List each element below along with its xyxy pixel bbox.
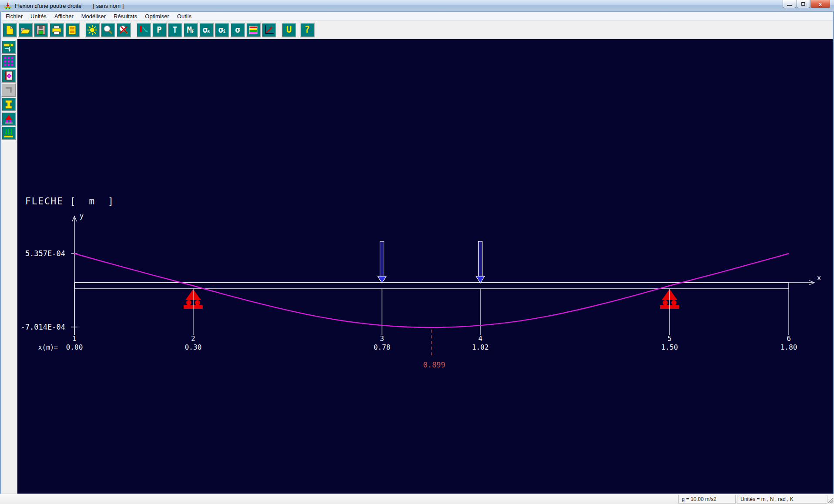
app-beam-icon — [3, 2, 12, 10]
pinned-support-icon — [3, 113, 14, 124]
node-number: 5 — [667, 334, 672, 343]
node-number: 4 — [478, 334, 482, 343]
deflection-plot: FLECHE [ m ] y 5.357E-04 -7.014E-04 x — [17, 39, 833, 494]
y-axis-label: y — [80, 212, 84, 220]
node-number: 1 — [72, 334, 77, 343]
units-status: Unités = m , N , rad , K — [737, 495, 827, 504]
effort-t-button[interactable]: T — [167, 23, 182, 37]
title-bar[interactable]: Flexion d'une poutre droite [ sans nom ]… — [0, 0, 834, 12]
stress-map-button[interactable] — [246, 23, 261, 37]
toolbar-separator — [80, 23, 85, 37]
new-file-button[interactable] — [2, 23, 17, 37]
print-button[interactable] — [49, 23, 64, 37]
moment-mf-button[interactable]: MF — [183, 23, 198, 37]
sigma-button[interactable]: σ — [230, 23, 245, 37]
corner-section-icon — [3, 84, 14, 96]
ibeam-section-button[interactable] — [1, 97, 16, 111]
sigma-sup-button[interactable]: σs — [199, 23, 214, 37]
p-glyph: P — [157, 26, 161, 34]
main-toolbar: P T MF σs σi σ — [0, 21, 834, 39]
question-glyph: ? — [305, 25, 310, 34]
menu-fichier[interactable]: Fichier — [2, 12, 27, 20]
window-title: Flexion d'une poutre droite — [15, 3, 82, 9]
m-sub-glyph: F — [191, 29, 194, 34]
sigma-s-sub-glyph: s — [207, 29, 210, 34]
load-arrow-node3 — [378, 241, 386, 283]
curve-plot-button[interactable] — [261, 23, 276, 37]
x-row-prefix: x(m)= — [38, 344, 58, 351]
materials-library-button[interactable] — [1, 69, 16, 83]
effort-p-button[interactable]: P — [152, 23, 167, 37]
minimize-button[interactable] — [783, 0, 796, 8]
toolbar-separator — [132, 23, 136, 37]
close-icon: x — [819, 1, 822, 7]
minimize-icon — [787, 5, 792, 6]
menu-outils[interactable]: Outils — [173, 12, 195, 20]
color-stripes-icon — [248, 24, 259, 36]
status-bar: g = 10.00 m/s2 Unités = m , N , rad , K — [0, 494, 834, 504]
sigma-inf-button[interactable]: σi — [214, 23, 229, 37]
listing-document-icon — [67, 24, 78, 36]
node-x-value: 0.78 — [374, 343, 391, 351]
resize-grip[interactable] — [827, 497, 834, 504]
save-floppy-icon — [35, 24, 47, 36]
units-button[interactable]: U — [281, 23, 296, 37]
magnifier-icon — [102, 24, 114, 36]
menu-optimiser[interactable]: Optimiser — [141, 12, 173, 20]
extremum-x-value: 0.899 — [423, 360, 445, 369]
supports-button[interactable] — [1, 112, 16, 126]
x-axis-label: x — [817, 274, 821, 282]
zoom-off-button[interactable] — [116, 23, 131, 37]
distributed-load-icon — [3, 127, 14, 139]
restore-icon — [801, 2, 805, 6]
section-shape-button[interactable] — [1, 83, 16, 97]
deflection-curve — [74, 254, 789, 327]
axes-arrow-icon — [263, 24, 275, 36]
gravity-status: g = 10.00 m/s2 — [678, 495, 736, 504]
restore-button[interactable] — [797, 0, 810, 8]
menu-modeliser[interactable]: Modéliser — [77, 12, 110, 20]
load-arrow-node4 — [476, 241, 485, 283]
node-number: 2 — [191, 334, 195, 343]
app-window: Flexion d'une poutre droite [ sans nom ]… — [0, 0, 834, 504]
beam-definition-button[interactable] — [1, 40, 16, 54]
window-left-edge — [0, 12, 1, 504]
bar-arrow-icon — [138, 24, 149, 36]
y-upper-value: 5.357E-04 — [25, 249, 65, 258]
document-name: [ sans nom ] — [93, 3, 124, 9]
drawing-canvas[interactable]: FLECHE [ m ] y 5.357E-04 -7.014E-04 x — [17, 39, 833, 494]
dot-grid-icon — [3, 56, 14, 67]
window-controls: x — [782, 0, 830, 8]
toolbar-separator — [277, 23, 281, 37]
listing-button[interactable] — [65, 23, 80, 37]
node-x-value: 1.50 — [661, 343, 678, 351]
plot-title: FLECHE [ m ] — [25, 196, 114, 207]
close-button[interactable]: x — [811, 0, 830, 8]
printer-icon — [51, 24, 62, 36]
materials-book-icon — [3, 70, 14, 81]
sigma-glyph: σ — [235, 26, 240, 34]
t-glyph: T — [172, 26, 177, 34]
node-number: 3 — [380, 334, 384, 343]
save-button[interactable] — [33, 23, 48, 37]
loads-button[interactable] — [1, 126, 16, 140]
u-glyph: U — [286, 25, 292, 34]
node-number: 6 — [787, 334, 791, 343]
menu-afficher[interactable]: Afficher — [50, 12, 77, 20]
menu-resultats[interactable]: Résultats — [110, 12, 141, 20]
zoom-button[interactable] — [100, 23, 115, 37]
node-x-value: 0.00 — [66, 343, 83, 351]
ibeam-icon — [3, 99, 14, 110]
help-button[interactable]: ? — [300, 23, 315, 37]
node-x-value: 1.80 — [780, 343, 797, 351]
redraw-button[interactable] — [85, 23, 100, 37]
beam-segments-icon — [3, 41, 14, 53]
deformed-shape-button[interactable] — [136, 23, 151, 37]
menu-unites[interactable]: Unités — [27, 12, 50, 20]
menu-bar: Fichier Unités Afficher Modéliser Résult… — [0, 12, 834, 21]
open-file-button[interactable] — [18, 23, 33, 37]
new-file-icon — [4, 24, 15, 36]
node-x-value: 0.30 — [185, 343, 202, 351]
mesh-nodes-button[interactable] — [1, 54, 16, 68]
sigma-i-sub-glyph: i — [223, 29, 226, 34]
